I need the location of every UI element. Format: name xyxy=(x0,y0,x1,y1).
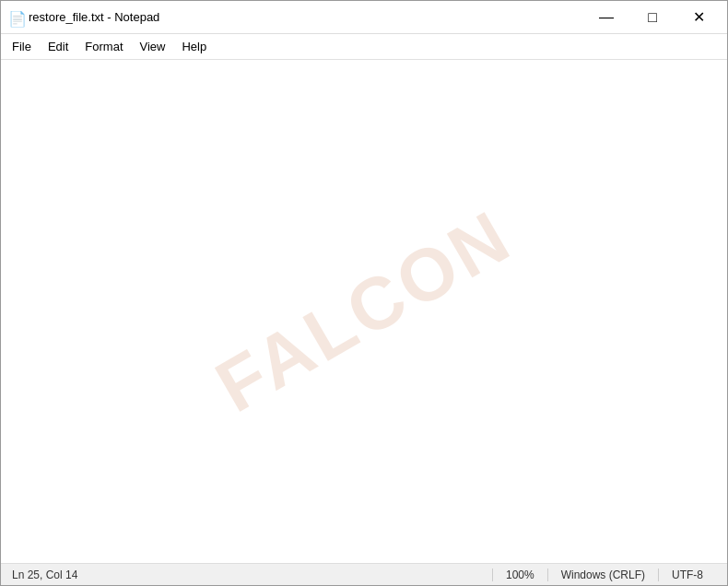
app-icon: 📄 xyxy=(8,10,23,25)
status-zoom: 100% xyxy=(492,568,547,581)
menu-format[interactable]: Format xyxy=(77,37,130,56)
editor-container: FALCON xyxy=(1,60,727,563)
status-line-col: Ln 25, Col 14 xyxy=(12,568,90,581)
window-title: restore_file.txt - Notepad xyxy=(29,10,159,24)
status-line-ending: Windows (CRLF) xyxy=(547,568,658,581)
status-encoding: UTF-8 xyxy=(658,568,716,581)
menu-edit[interactable]: Edit xyxy=(41,37,76,56)
status-bar: Ln 25, Col 14 100% Windows (CRLF) UTF-8 xyxy=(1,563,727,585)
close-button[interactable]: ✕ xyxy=(677,4,720,31)
window-controls: — □ ✕ xyxy=(585,4,720,31)
title-bar-left: 📄 restore_file.txt - Notepad xyxy=(8,10,159,25)
title-bar: 📄 restore_file.txt - Notepad — □ ✕ xyxy=(1,1,727,34)
menu-bar: File Edit Format View Help xyxy=(1,34,727,60)
notepad-window: 📄 restore_file.txt - Notepad — □ ✕ File … xyxy=(0,0,728,586)
minimize-button[interactable]: — xyxy=(585,4,628,31)
menu-view[interactable]: View xyxy=(133,37,173,56)
text-editor[interactable] xyxy=(1,60,727,563)
menu-file[interactable]: File xyxy=(5,37,39,56)
maximize-button[interactable]: □ xyxy=(631,4,674,31)
menu-help[interactable]: Help xyxy=(174,37,214,56)
